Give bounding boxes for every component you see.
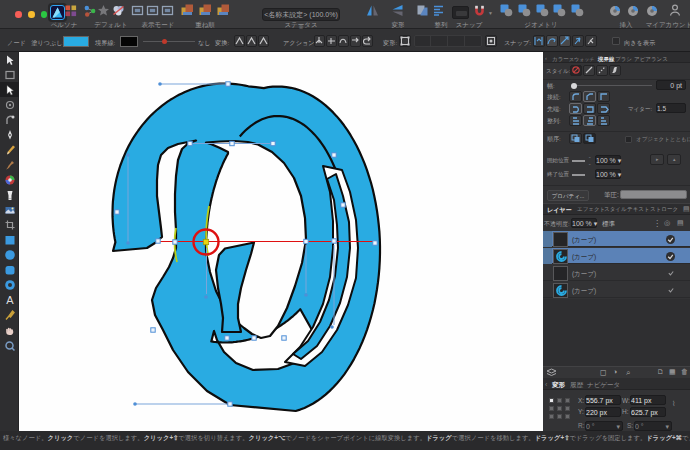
svg-text:A: A xyxy=(6,294,14,306)
